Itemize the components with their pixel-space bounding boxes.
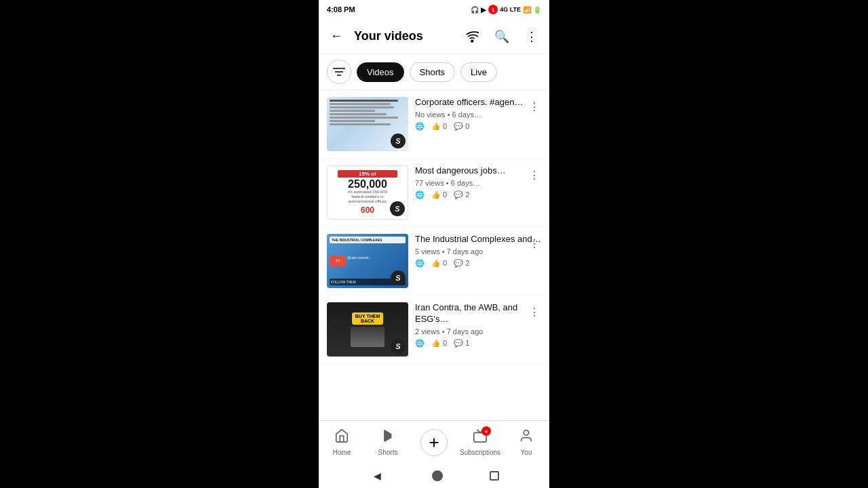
table-row[interactable]: THE INDUSTRIAL COMPLEXES YT @user posted… — [319, 227, 549, 296]
filter-bar: Videos Shorts Live — [319, 54, 549, 90]
video-title-4: Iran Contra, the AWB, and ESG's… — [415, 302, 541, 325]
more-button-1[interactable]: ⋮ — [525, 97, 544, 116]
video-title-3: The Industrial Complexes and… — [415, 234, 541, 245]
like-icon-3: 👍 — [431, 259, 441, 268]
stat-likes-3: 👍 0 — [431, 259, 447, 268]
globe-icon-2 — [415, 190, 425, 199]
shorts-icon — [380, 428, 395, 447]
svg-point-7 — [524, 430, 528, 435]
table-row[interactable]: BUY THEMBACK S Iran Contra, the AWB, and… — [319, 296, 549, 364]
table-row[interactable]: 15% of 250,000 As estimated 250,000feder… — [319, 159, 549, 227]
stat-likes-1: 👍 0 — [431, 122, 447, 131]
search-button[interactable]: 🔍 — [490, 24, 514, 49]
comment-count-1: 0 — [465, 122, 469, 130]
shorts-badge-1: S — [391, 134, 406, 148]
nav-shorts[interactable]: Shorts — [365, 421, 411, 464]
headphone-icon: 🎧 — [471, 6, 479, 14]
thumbnail-4: BUY THEMBACK S — [327, 302, 408, 357]
like-count-1: 0 — [443, 122, 447, 130]
like-count-4: 0 — [443, 339, 447, 347]
like-icon-1: 👍 — [431, 122, 441, 131]
like-icon-4: 👍 — [431, 339, 441, 348]
status-bar: 4:08 PM 🎧 ▶ 1 4G LTE 📶 🔋 — [319, 0, 549, 19]
more-button[interactable]: ⋮ — [519, 24, 544, 49]
video-list: S Corporate officers. #agen… No views • … — [319, 90, 549, 420]
globe-icon-4 — [415, 339, 425, 348]
video-info-2: Most dangerous jobs… 77 views • 6 days… … — [415, 165, 541, 199]
page-title: Your videos — [354, 29, 454, 43]
cast-button[interactable] — [460, 24, 484, 49]
comment-icon-4: 💬 — [454, 339, 463, 348]
nav-home[interactable]: Home — [319, 421, 365, 464]
status-left: 4:08 PM — [327, 5, 355, 14]
more-button-2[interactable]: ⋮ — [525, 165, 544, 184]
comment-count-2: 2 — [465, 190, 469, 199]
stat-comments-1: 💬 0 — [454, 122, 469, 131]
search-icon: 🔍 — [494, 29, 509, 44]
create-button[interactable] — [420, 429, 448, 456]
video-stats-2: 👍 0 💬 2 — [415, 190, 541, 199]
back-system-button[interactable]: ◀ — [369, 468, 385, 484]
stat-comments-2: 💬 2 — [454, 190, 469, 199]
video-info-3: The Industrial Complexes and… 5 views • … — [415, 234, 541, 268]
stat-comments-3: 💬 2 — [454, 259, 469, 268]
phone-frame: 4:08 PM 🎧 ▶ 1 4G LTE 📶 🔋 ← Your videos 🔍 — [319, 0, 549, 488]
stat-comments-4: 💬 1 — [454, 339, 469, 348]
comment-count-3: 2 — [465, 259, 469, 267]
cast-icon — [465, 30, 479, 43]
comment-icon-1: 💬 — [454, 122, 463, 131]
comment-icon-3: 💬 — [454, 259, 463, 268]
like-icon-2: 👍 — [431, 190, 441, 199]
globe-icon-1 — [415, 122, 425, 131]
more-button-3[interactable]: ⋮ — [525, 234, 544, 253]
thumbnail-3: THE INDUSTRIAL COMPLEXES YT @user posted… — [327, 234, 408, 288]
video-title-1: Corporate officers. #agen… — [415, 97, 541, 108]
subscriptions-label: Subscriptions — [460, 449, 500, 456]
stat-likes-4: 👍 0 — [431, 339, 447, 348]
nav-subscriptions[interactable]: ● Subscriptions — [457, 421, 503, 464]
time: 4:08 PM — [327, 5, 355, 14]
video-meta-2: 77 views • 6 days… — [415, 179, 541, 187]
subscription-badge: ● — [481, 426, 491, 436]
filter-icon-button[interactable] — [327, 60, 351, 84]
play-icon: ▶ — [481, 6, 486, 14]
shorts-badge-2: S — [390, 201, 405, 216]
comment-icon-2: 💬 — [454, 190, 463, 199]
more-icon: ⋮ — [526, 29, 538, 44]
back-button[interactable]: ← — [324, 24, 349, 49]
video-meta-3: 5 views • 7 days ago — [415, 247, 541, 256]
video-title-2: Most dangerous jobs… — [415, 165, 541, 177]
video-info-1: Corporate officers. #agen… No views • 6 … — [415, 97, 541, 131]
shorts-badge-3: S — [391, 270, 406, 285]
tab-videos[interactable]: Videos — [357, 62, 404, 82]
filter-icon — [333, 67, 345, 77]
tab-shorts[interactable]: Shorts — [410, 62, 456, 82]
video-meta-1: No views • 6 days… — [415, 110, 541, 119]
tab-live[interactable]: Live — [460, 62, 497, 82]
signal-icon: 📶 — [523, 6, 531, 14]
more-button-4[interactable]: ⋮ — [525, 302, 544, 321]
nav-create[interactable] — [411, 421, 457, 464]
recent-apps-button[interactable] — [490, 471, 499, 481]
top-bar: ← Your videos 🔍 ⋮ — [319, 19, 549, 54]
android-nav-bar: ◀ — [319, 464, 549, 488]
status-right: 🎧 ▶ 1 4G LTE 📶 🔋 — [471, 5, 541, 14]
comment-count-4: 1 — [465, 339, 469, 347]
stat-visibility-3 — [415, 259, 425, 268]
shorts-label: Shorts — [378, 449, 398, 456]
table-row[interactable]: S Corporate officers. #agen… No views • … — [319, 90, 549, 159]
video-stats-1: 👍 0 💬 0 — [415, 122, 541, 131]
svg-point-0 — [471, 40, 473, 41]
you-label: You — [521, 449, 532, 456]
thumbnail-2: 15% of 250,000 As estimated 250,000feder… — [327, 165, 408, 220]
home-system-button[interactable] — [432, 470, 443, 481]
like-count-2: 0 — [443, 190, 447, 199]
video-stats-4: 👍 0 💬 1 — [415, 339, 541, 348]
video-info-4: Iran Contra, the AWB, and ESG's… 2 views… — [415, 302, 541, 348]
you-icon — [519, 428, 534, 447]
home-icon — [334, 428, 349, 447]
thumbnail-1: S — [327, 97, 408, 151]
video-stats-3: 👍 0 💬 2 — [415, 259, 541, 268]
like-count-3: 0 — [443, 259, 447, 267]
nav-you[interactable]: You — [503, 421, 549, 464]
